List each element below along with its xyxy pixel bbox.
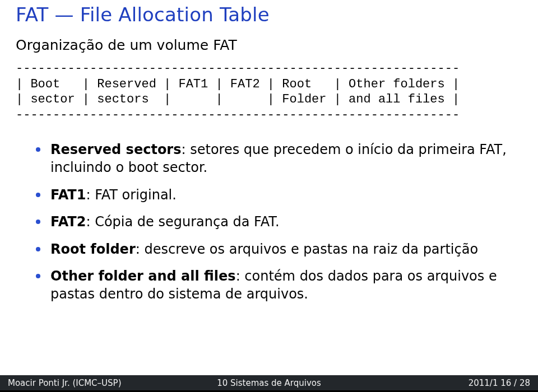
bullet-dot-icon [36, 220, 40, 224]
bullet-text: Root folder: descreve os arquivos e past… [50, 240, 517, 258]
slide-footer: Moacir Ponti Jr. (ICMC–USP) 10 Sistemas … [0, 375, 538, 392]
bullet-dot-icon [36, 274, 40, 278]
slide: FAT — File Allocation Table Organização … [0, 0, 538, 392]
bullet-item: Root folder: descreve os arquivos e past… [36, 240, 517, 258]
bullet-text: Other folder and all files: contém dos d… [50, 267, 517, 304]
footer-title: 10 Sistemas de Arquivos [217, 378, 321, 388]
footer-page-number: 2011/1 16 / 28 [469, 378, 530, 388]
bullet-item: Other folder and all files: contém dos d… [36, 267, 517, 304]
volume-diagram: ----------------------------------------… [0, 61, 538, 128]
bullet-item: FAT1: FAT original. [36, 186, 517, 204]
diagram-rule-bottom: ----------------------------------------… [16, 108, 460, 122]
bullet-item: Reserved sectors: setores que precedem o… [36, 141, 517, 177]
bullet-text: Reserved sectors: setores que precedem o… [50, 141, 517, 177]
footer-author: Moacir Ponti Jr. (ICMC–USP) [8, 378, 122, 388]
bullet-dot-icon [36, 193, 40, 197]
bullet-list: Reserved sectors: setores que precedem o… [0, 128, 538, 304]
slide-subtitle: Organização de um volume FAT [0, 32, 538, 61]
bullet-dot-icon [36, 247, 40, 251]
slide-title: FAT — File Allocation Table [0, 0, 538, 32]
bullet-item: FAT2: Cópia de segurança da FAT. [36, 213, 517, 231]
bullet-dot-icon [36, 147, 40, 152]
bullet-text: FAT1: FAT original. [50, 186, 517, 204]
diagram-row-2: | sector | sectors | | | Folder | and al… [16, 92, 460, 106]
diagram-rule-top: ----------------------------------------… [16, 62, 460, 76]
bullet-text: FAT2: Cópia de segurança da FAT. [50, 213, 517, 231]
diagram-row-1: | Boot | Reserved | FAT1 | FAT2 | Root |… [16, 77, 460, 91]
